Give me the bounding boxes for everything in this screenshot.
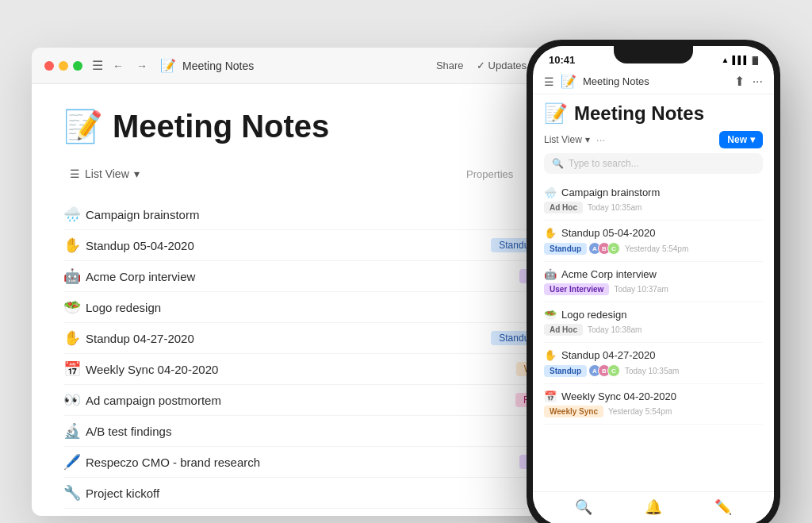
list-icon: ☰	[70, 167, 80, 180]
phone-item-timestamp: Yesterday 5:54pm	[625, 244, 688, 253]
back-button[interactable]: ←	[109, 58, 127, 74]
heading-icon: 📝	[63, 108, 103, 145]
phone-search-tab[interactable]: 🔍	[575, 498, 592, 516]
phone-items-list: 🌧️ Campaign brainstorm Ad Hoc Today 10:3…	[533, 180, 774, 491]
list-item[interactable]: 📅 Weekly Sync 04-20-2020 Weekly Sync	[63, 354, 587, 385]
item-name: Standup 05-04-2020	[86, 239, 491, 252]
phone-item-meta: Standup A B C Today 10:35am	[544, 364, 763, 377]
phone-new-button[interactable]: New ▾	[719, 131, 763, 148]
phone-search-bar[interactable]: 🔍 Type to search...	[544, 153, 763, 174]
list-item[interactable]: 🤖 Acme Corp interview User Inter…	[63, 261, 587, 292]
phone-chevron-icon: ▾	[585, 134, 590, 145]
phone-item-meta: Ad Hoc Today 10:38am	[544, 324, 763, 336]
phone-hamburger-icon[interactable]: ☰	[544, 75, 554, 88]
phone-item-tag: Standup	[544, 243, 587, 255]
list-item[interactable]: 👀 Ad campaign postmortem Retrospect…	[63, 385, 587, 416]
phone-item-timestamp: Today 10:35am	[588, 203, 642, 212]
item-name: Standup 04-27-2020	[86, 332, 491, 345]
phone-screen: 10:41 ▲ ▌▌▌ ▓ ☰ 📝 Meeting Notes ⬆ ···	[533, 46, 774, 523]
phone-item-name: ✋ Standup 05-04-2020	[544, 227, 763, 239]
phone-item-emoji: ✋	[544, 349, 557, 361]
phone-list-item[interactable]: 🥗 Logo redesign Ad Hoc Today 10:38am	[544, 302, 763, 343]
scene: ☰ ← → 📝 Meeting Notes Share ✓ Updates Fa…	[16, 16, 796, 523]
minimize-button[interactable]	[59, 61, 68, 71]
phone-item-name: 🤖 Acme Corp interview	[544, 268, 763, 280]
phone-item-emoji: ✋	[544, 227, 557, 239]
item-name: Project kickoff	[86, 486, 540, 500]
hamburger-icon[interactable]: ☰	[92, 58, 103, 73]
item-name: Weekly Sync 04-20-2020	[86, 363, 516, 376]
phone-wrapper: 10:41 ▲ ▌▌▌ ▓ ☰ 📝 Meeting Notes ⬆ ···	[527, 40, 780, 523]
list-item[interactable]: 🖊️ Respeczo CMO - brand research User In…	[63, 447, 587, 478]
phone-chevron-down-icon: ▾	[750, 134, 755, 145]
list-item[interactable]: ✋ Standup 04-27-2020 Standup A B C	[63, 323, 587, 354]
list-item[interactable]: 🔬 A/B test findings Ad Hoc	[63, 416, 587, 447]
item-emoji: ✋	[63, 329, 86, 347]
maximize-button[interactable]	[73, 61, 82, 71]
item-emoji: 👀	[63, 391, 86, 409]
phone-page-title: 📝 Meeting Notes	[533, 94, 774, 128]
page-title-bar: 📝 Meeting Notes	[160, 58, 427, 73]
page-heading: 📝 Meeting Notes	[63, 108, 587, 145]
phone-share-button[interactable]: ⬆	[734, 74, 745, 89]
phone-header-title: Meeting Notes	[583, 75, 728, 87]
phone-list-item[interactable]: 🌧️ Campaign brainstorm Ad Hoc Today 10:3…	[544, 180, 763, 221]
items-list: 🌧️ Campaign brainstorm Ad Hoc ✋ Standup …	[63, 199, 587, 509]
phone-list-item[interactable]: 📅 Weekly Sync 04-20-2020 Weekly Sync Yes…	[544, 384, 763, 425]
phone-item-tag: Ad Hoc	[544, 202, 583, 213]
phone-item-meta: Ad Hoc Today 10:35am	[544, 202, 763, 213]
phone-search-icon: 🔍	[552, 158, 564, 169]
phone-item-meta: User Interview Today 10:37am	[544, 283, 763, 295]
phone-list-item[interactable]: ✋ Standup 05-04-2020 Standup A B C Yeste…	[544, 221, 763, 262]
phone-toolbar-more-button[interactable]: ···	[596, 133, 606, 146]
list-view-button[interactable]: ☰ List View ▾	[63, 164, 146, 183]
phone-time: 10:41	[549, 54, 575, 66]
phone-avatar-group: A B C	[592, 364, 620, 377]
phone-list-item[interactable]: 🤖 Acme Corp interview User Interview Tod…	[544, 262, 763, 302]
phone-list-item[interactable]: ✋ Standup 04-27-2020 Standup A B C Today…	[544, 343, 763, 384]
share-button[interactable]: Share	[436, 60, 464, 71]
item-emoji: ✋	[63, 237, 86, 254]
phone-frame: 10:41 ▲ ▌▌▌ ▓ ☰ 📝 Meeting Notes ⬆ ···	[527, 40, 780, 523]
item-emoji: 🤖	[63, 267, 86, 285]
list-item[interactable]: 🔧 Project kickoff Ad Hoc	[63, 478, 587, 509]
phone-item-tag: Standup	[544, 365, 587, 377]
signal-icon: ▌▌▌	[732, 56, 749, 64]
item-name: Respeczo CMO - brand research	[86, 456, 519, 469]
item-name: Ad campaign postmortem	[86, 394, 515, 407]
close-button[interactable]	[44, 61, 54, 71]
phone-item-timestamp: Yesterday 5:54pm	[608, 407, 672, 416]
phone-compose-tab[interactable]: ✏️	[714, 498, 732, 516]
phone-item-name: 🥗 Logo redesign	[544, 309, 763, 321]
phone-toolbar: List View ▾ ··· New ▾	[533, 128, 774, 153]
battery-icon: ▓	[753, 56, 758, 64]
properties-button[interactable]: Properties	[466, 168, 513, 180]
phone-item-emoji: 🌧️	[544, 187, 557, 198]
item-emoji: 🌧️	[63, 206, 86, 223]
phone-notch	[614, 46, 693, 63]
phone-item-name: 🌧️ Campaign brainstorm	[544, 187, 763, 198]
phone-item-tag: Weekly Sync	[544, 406, 603, 417]
phone-item-emoji: 📅	[544, 390, 557, 402]
add-new-button[interactable]: + New	[63, 512, 98, 516]
phone-item-meta: Weekly Sync Yesterday 5:54pm	[544, 406, 763, 417]
item-name: Campaign brainstorm	[86, 208, 540, 221]
phone-bell-tab[interactable]: 🔔	[645, 498, 662, 516]
forward-button[interactable]: →	[133, 58, 151, 74]
wifi-icon: ▲	[722, 56, 730, 64]
phone-avatar: C	[607, 242, 620, 255]
phone-search-placeholder: Type to search...	[569, 158, 639, 169]
phone-item-meta: Standup A B C Yesterday 5:54pm	[544, 242, 763, 255]
updates-button[interactable]: ✓ Updates	[477, 60, 527, 71]
phone-item-timestamp: Today 10:38am	[588, 325, 642, 334]
list-item[interactable]: ✋ Standup 05-04-2020 Standup A B C	[63, 230, 587, 261]
item-emoji: 📅	[63, 360, 86, 378]
phone-pencil-icon: 📝	[561, 74, 576, 89]
phone-status-icons: ▲ ▌▌▌ ▓	[722, 56, 758, 64]
phone-avatar: C	[607, 364, 620, 377]
phone-more-button[interactable]: ···	[753, 75, 763, 89]
list-item[interactable]: 🌧️ Campaign brainstorm Ad Hoc	[63, 199, 587, 230]
phone-list-view-button[interactable]: List View ▾	[544, 134, 590, 145]
traffic-lights	[44, 61, 82, 71]
list-item[interactable]: 🥗 Logo redesign Ad Hoc	[63, 292, 587, 323]
